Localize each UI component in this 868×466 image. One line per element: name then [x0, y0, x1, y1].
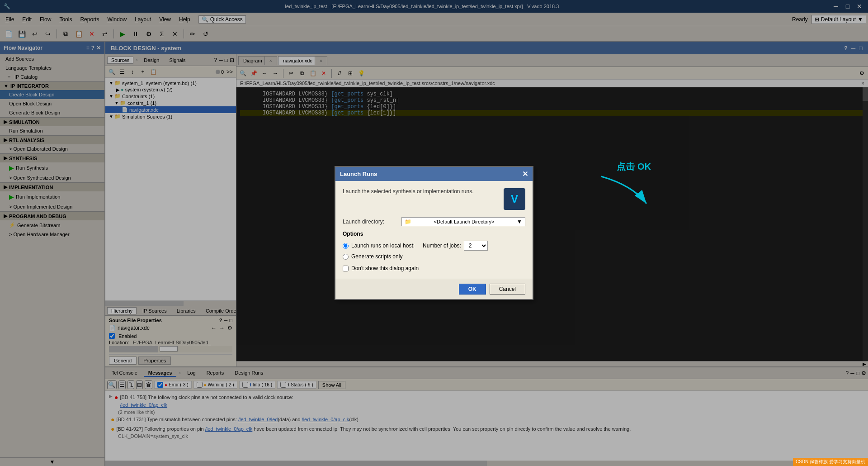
dialog-desc-label: Launch the selected synthesis or impleme… [343, 188, 474, 195]
vivado-logo: V [504, 188, 525, 210]
dialog-description: Launch the selected synthesis or impleme… [343, 188, 525, 210]
launch-dir-label: Launch directory: [343, 219, 401, 225]
radio-local[interactable] [343, 243, 349, 249]
dialog-desc-text: Launch the selected synthesis or impleme… [343, 188, 498, 195]
watermark: CSDN @鲁棒族 爱学习支持向量机 [793, 458, 868, 466]
dont-show-checkbox[interactable] [343, 266, 349, 271]
dialog-title-text: Launch Runs [340, 171, 377, 177]
dialog-title-bar: Launch Runs ✕ [335, 167, 533, 181]
dialog-launch-dir-row: Launch directory: 📁 <Default Launch Dire… [343, 217, 525, 226]
launch-dir-value: <Default Launch Directory> [434, 219, 495, 224]
dialog-body: Launch the selected synthesis or impleme… [335, 181, 533, 279]
jobs-label: Number of jobs: [423, 243, 461, 249]
ok-button[interactable]: OK [459, 284, 486, 295]
dialog-close-icon[interactable]: ✕ [522, 170, 528, 178]
options-title: Options [343, 231, 525, 237]
launch-runs-dialog: Launch Runs ✕ Launch the selected synthe… [335, 166, 533, 300]
radio-row-scripts: Generate scripts only [343, 253, 525, 260]
vivado-logo-text: V [511, 193, 518, 205]
radio-local-label: Launch runs on local host: [351, 243, 415, 249]
dialog-overlay: Launch Runs ✕ Launch the selected synthe… [0, 0, 868, 466]
launch-dir-select[interactable]: 📁 <Default Launch Directory> ▼ [401, 217, 525, 226]
cancel-button[interactable]: Cancel [490, 284, 525, 295]
dialog-buttons: OK Cancel [335, 279, 533, 299]
jobs-select[interactable]: 2 4 8 [464, 241, 488, 251]
launch-dir-chevron: ▼ [517, 219, 522, 225]
radio-row-local: Launch runs on local host: Number of job… [343, 241, 525, 251]
dont-show-row: Don't show this dialog again [343, 265, 525, 271]
radio-scripts[interactable] [343, 254, 349, 260]
launch-dir-folder-icon: 📁 [405, 219, 411, 225]
dialog-options: Options Launch runs on local host: Numbe… [343, 231, 525, 260]
dont-show-label: Don't show this dialog again [351, 265, 419, 271]
watermark-text: CSDN @鲁棒族 爱学习支持向量机 [796, 459, 865, 464]
radio-scripts-label: Generate scripts only [351, 253, 402, 260]
